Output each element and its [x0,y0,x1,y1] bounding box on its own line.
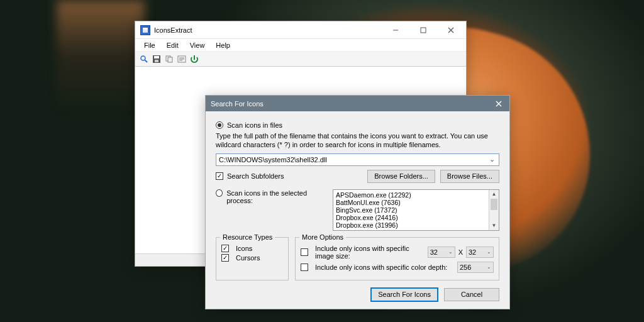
icons-label: Icons [236,245,252,252]
svg-rect-4 [155,60,158,62]
depth-filter-label: Include only icons with specific color d… [315,264,454,271]
search-icon[interactable] [139,54,149,64]
copy-icon[interactable] [164,54,174,64]
scan-process-radio[interactable] [216,189,223,197]
dialog-titlebar[interactable]: Search For Icons [206,96,509,111]
svg-rect-6 [168,57,172,62]
search-subfolders-checkbox[interactable] [216,172,223,180]
scan-process-label: Scan icons in the selected process: [226,189,326,204]
chevron-down-icon: ⌄ [487,264,491,270]
depth-select[interactable]: 256⌄ [457,262,494,273]
dialog-close-button[interactable] [493,98,504,109]
chevron-down-icon[interactable]: ⌄ [487,155,496,164]
list-item[interactable]: BattMonUI.exe (7636) [336,199,496,206]
icons-checkbox[interactable] [221,245,229,252]
list-item[interactable]: APSDaemon.exe (12292) [336,191,496,199]
size-filter-label: Include only icons with specific image s… [315,245,425,260]
browse-files-button[interactable]: Browse Files... [440,170,499,183]
size-filter-checkbox[interactable] [301,248,308,256]
chevron-down-icon: ⌄ [448,249,453,255]
app-icon [140,25,150,35]
save-icon[interactable] [152,54,162,64]
scan-files-hint: Type the full path of the filename that … [216,131,499,150]
dialog-title: Search For Icons [211,100,493,108]
cancel-button[interactable]: Cancel [444,288,499,301]
scan-files-radio[interactable] [216,121,223,129]
menubar: File Edit View Help [135,39,466,52]
svg-point-1 [141,56,145,60]
list-item[interactable]: Dropbox.exe (24416) [336,214,496,221]
more-options-group: More Options Include only icons with spe… [295,237,499,280]
main-titlebar[interactable]: IconsExtract [135,21,466,39]
scroll-up-icon[interactable]: ▲ [489,190,499,199]
cursors-checkbox[interactable] [221,254,229,262]
more-options-legend: More Options [299,233,346,241]
browse-folders-button[interactable]: Browse Folders... [367,170,435,183]
search-dialog: Search For Icons Scan icons in files Typ… [205,95,510,309]
menu-file[interactable]: File [139,40,160,50]
process-scrollbar[interactable]: ▲ ▼ [489,190,499,230]
resource-types-group: Resource Types Icons Cursors [216,237,289,280]
search-subfolders-label: Search Subfolders [227,172,284,180]
width-select[interactable]: 32⌄ [428,247,455,258]
svg-rect-3 [154,56,159,58]
size-x: X [458,248,463,256]
minimize-button[interactable] [382,22,409,38]
list-item[interactable]: Dropbox.exe (31996) [336,221,496,229]
path-value: C:\WINDOWS\system32\shell32.dll [219,156,327,164]
depth-filter-checkbox[interactable] [301,264,308,271]
resource-types-legend: Resource Types [220,233,275,241]
height-select[interactable]: 32⌄ [466,247,494,258]
exit-icon[interactable] [189,54,199,64]
scroll-down-icon[interactable]: ▼ [489,221,499,230]
menu-help[interactable]: Help [211,40,235,50]
scroll-thumb[interactable] [491,199,497,210]
chevron-down-icon: ⌄ [487,249,491,255]
menu-edit[interactable]: Edit [162,40,184,50]
main-title: IconsExtract [154,26,382,34]
path-input[interactable]: C:\WINDOWS\system32\shell32.dll ⌄ [216,153,499,166]
properties-icon[interactable] [177,54,187,64]
scan-files-label: Scan icons in files [227,121,282,129]
toolbar [135,52,466,67]
svg-rect-0 [421,28,426,33]
search-button[interactable]: Search For Icons [371,288,438,301]
cursors-label: Cursors [236,254,260,262]
close-button[interactable] [437,22,465,38]
maximize-button[interactable] [409,22,437,38]
process-list[interactable]: APSDaemon.exe (12292) BattMonUI.exe (763… [333,189,499,231]
list-item[interactable]: BingSvc.exe (17372) [336,206,496,214]
menu-view[interactable]: View [185,40,210,50]
